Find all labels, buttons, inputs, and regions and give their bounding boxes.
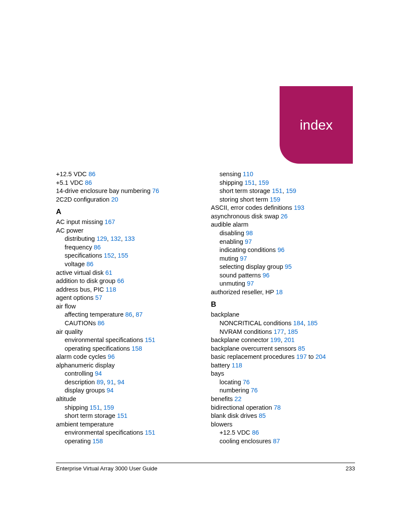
- page-ref[interactable]: 185: [307, 320, 318, 327]
- page-ref[interactable]: 96: [108, 353, 115, 360]
- index-entry: altitude: [56, 395, 200, 404]
- index-entry: indicating conditions 96: [211, 246, 355, 255]
- page-ref[interactable]: 159: [270, 196, 280, 203]
- entry-text: locating: [220, 379, 243, 386]
- page-ref[interactable]: 22: [234, 395, 241, 402]
- page-ref[interactable]: 167: [105, 218, 115, 225]
- page-ref[interactable]: 110: [243, 171, 253, 177]
- index-columns: +12.5 VDC 86+5.1 VDC 8614-drive enclosur…: [56, 170, 355, 445]
- page-ref[interactable]: 97: [247, 280, 254, 287]
- entry-text: NVRAM conditions: [220, 328, 274, 335]
- entry-text: alphanumeric display: [56, 362, 115, 369]
- page-ref[interactable]: 97: [240, 255, 247, 262]
- page-ref[interactable]: 151: [117, 412, 128, 419]
- entry-text: blank disk drives: [211, 412, 259, 419]
- index-entry: backplane overcurrent sensors 85: [211, 345, 355, 353]
- page-ref[interactable]: 76: [152, 187, 159, 194]
- footer-page-number: 233: [346, 465, 355, 472]
- page-ref[interactable]: 94: [107, 387, 114, 394]
- page-ref[interactable]: 152: [104, 252, 114, 259]
- section-heading-a: A: [56, 207, 200, 217]
- page-ref[interactable]: 151: [145, 336, 155, 343]
- page-ref[interactable]: 96: [277, 246, 284, 253]
- page-ref[interactable]: 87: [273, 438, 280, 445]
- page-ref[interactable]: 86: [98, 320, 105, 327]
- page-ref[interactable]: 26: [281, 213, 288, 220]
- entry-text: shipping: [220, 179, 245, 186]
- page-ref[interactable]: 61: [105, 269, 112, 276]
- page-ref[interactable]: 155: [118, 252, 128, 259]
- page-ref[interactable]: 118: [232, 362, 242, 369]
- entry-text: backplane connector: [211, 336, 271, 343]
- page-ref[interactable]: 20: [111, 196, 118, 203]
- entry-text: bidirectional operation: [211, 404, 274, 411]
- page-ref[interactable]: 85: [259, 412, 266, 419]
- entry-text: sensing: [220, 171, 243, 177]
- entry-text: altitude: [56, 395, 76, 402]
- page-ref[interactable]: 94: [95, 370, 102, 377]
- index-entry: backplane: [211, 311, 355, 319]
- index-entry: specifications 152, 155: [56, 252, 200, 260]
- page-ref[interactable]: 185: [287, 328, 298, 335]
- page-ref[interactable]: 96: [262, 272, 269, 279]
- index-entry: cooling enclosures 87: [211, 437, 355, 446]
- index-entry: battery 118: [211, 361, 355, 370]
- page-ref[interactable]: 95: [285, 263, 292, 270]
- page: index +12.5 VDC 86+5.1 VDC 8614-drive en…: [0, 0, 411, 532]
- page-ref[interactable]: 78: [274, 404, 280, 411]
- page-ref[interactable]: 199: [270, 336, 280, 343]
- page-ref[interactable]: 193: [294, 204, 304, 211]
- index-entry: +12.5 VDC 86: [211, 429, 355, 437]
- page-ref[interactable]: 201: [284, 336, 295, 343]
- page-ref[interactable]: 151: [272, 187, 282, 194]
- page-ref[interactable]: 158: [132, 345, 142, 352]
- page-ref[interactable]: 159: [286, 187, 296, 194]
- page-ref[interactable]: 76: [251, 387, 258, 394]
- entry-text: distributing: [65, 235, 97, 242]
- page-ref[interactable]: 66: [117, 277, 124, 284]
- page-ref[interactable]: 132: [110, 235, 121, 242]
- entry-text: display groups: [65, 387, 107, 394]
- index-entry: numbering 76: [211, 386, 355, 395]
- entry-text: selecting display group: [220, 263, 285, 270]
- page-ref[interactable]: 94: [118, 379, 125, 386]
- page-ref[interactable]: 86: [125, 311, 132, 318]
- page-ref[interactable]: 57: [95, 294, 102, 301]
- page-ref[interactable]: 151: [245, 179, 255, 186]
- page-ref[interactable]: 177: [274, 328, 284, 335]
- page-ref[interactable]: 86: [85, 179, 92, 186]
- page-ref[interactable]: 151: [90, 404, 100, 411]
- index-entry: 2C2D configuration 20: [56, 196, 200, 204]
- index-entry: CAUTIONs 86: [56, 319, 200, 328]
- page-ref[interactable]: 85: [298, 345, 305, 352]
- page-ref[interactable]: 129: [97, 235, 107, 242]
- page-ref[interactable]: 91: [107, 379, 114, 386]
- page-ref[interactable]: 159: [258, 179, 269, 186]
- page-ref[interactable]: 97: [245, 238, 252, 245]
- entry-text: 14-drive enclosure bay numbering: [56, 187, 152, 194]
- entry-text: affecting temperature: [65, 311, 125, 318]
- page-ref[interactable]: 86: [88, 171, 95, 177]
- page-ref[interactable]: 76: [243, 379, 250, 386]
- page-ref[interactable]: 18: [276, 289, 283, 296]
- entry-text: asynchronous disk swap: [211, 213, 281, 220]
- page-ref[interactable]: 133: [125, 235, 135, 242]
- entry-text: +12.5 VDC: [220, 429, 252, 436]
- page-ref[interactable]: 87: [136, 311, 143, 318]
- index-entry: storing short term 159: [211, 196, 355, 204]
- entry-text: alarm code cycles: [56, 353, 108, 360]
- page-ref[interactable]: 118: [106, 286, 116, 293]
- page-ref[interactable]: 151: [145, 429, 155, 436]
- index-entry: blowers: [211, 420, 355, 429]
- page-ref[interactable]: 204: [315, 353, 326, 360]
- page-ref[interactable]: 86: [87, 261, 93, 268]
- page-ref[interactable]: 159: [103, 404, 114, 411]
- page-ref[interactable]: 184: [293, 320, 304, 327]
- page-ref[interactable]: 89: [97, 379, 103, 386]
- entry-text: +5.1 VDC: [56, 179, 85, 186]
- page-ref[interactable]: 197: [296, 353, 307, 360]
- page-ref[interactable]: 86: [94, 244, 101, 251]
- page-ref[interactable]: 98: [246, 230, 253, 236]
- page-ref[interactable]: 86: [252, 429, 259, 436]
- page-ref[interactable]: 158: [93, 438, 103, 445]
